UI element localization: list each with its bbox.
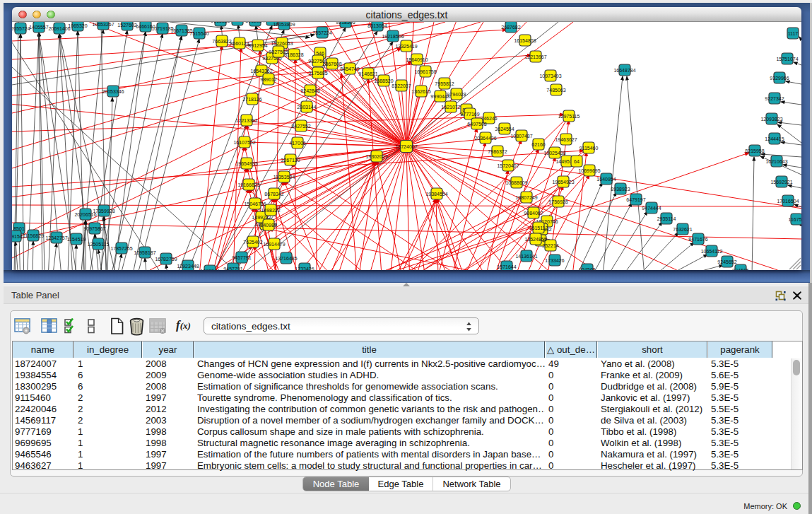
svg-text:17857255: 17857255 — [110, 246, 132, 251]
svg-text:9146821: 9146821 — [358, 71, 377, 76]
svg-text:19384554: 19384554 — [425, 192, 447, 197]
svg-text:12505115: 12505115 — [88, 242, 110, 247]
svg-text:116753: 116753 — [789, 217, 801, 222]
svg-text:252214: 252214 — [542, 243, 558, 248]
svg-text:1640954: 1640954 — [596, 177, 616, 182]
svg-text:1065320: 1065320 — [68, 23, 87, 28]
svg-text:19218506: 19218506 — [382, 34, 404, 39]
svg-text:9242845: 9242845 — [300, 88, 319, 93]
svg-text:16154808: 16154808 — [514, 38, 536, 43]
svg-text:1244415: 1244415 — [765, 136, 784, 141]
svg-text:17016504: 17016504 — [777, 199, 799, 204]
svg-text:1571644: 1571644 — [497, 264, 516, 269]
svg-text:7857224: 7857224 — [312, 30, 331, 35]
svg-text:15720407: 15720407 — [497, 163, 519, 168]
svg-text:7625402: 7625402 — [243, 240, 262, 245]
svg-text:9245652: 9245652 — [717, 259, 736, 264]
svg-text:8322037: 8322037 — [392, 83, 411, 88]
svg-text:8215958: 8215958 — [745, 148, 764, 153]
svg-text:16961758: 16961758 — [414, 69, 436, 74]
svg-text:1154519: 1154519 — [67, 237, 86, 242]
svg-text:2687682: 2687682 — [501, 25, 520, 30]
svg-text:15226053: 15226053 — [271, 41, 293, 46]
svg-text:12213967: 12213967 — [524, 54, 546, 59]
svg-text:10699695: 10699695 — [578, 168, 600, 173]
svg-text:6497508: 6497508 — [467, 122, 486, 127]
svg-text:39154: 39154 — [12, 234, 23, 239]
svg-text:8660124: 8660124 — [228, 22, 247, 23]
svg-text:8186328: 8186328 — [284, 52, 303, 57]
svg-text:6479197: 6479197 — [626, 197, 645, 202]
svg-text:9218506: 9218506 — [336, 22, 355, 25]
svg-text:3624554: 3624554 — [495, 127, 514, 132]
svg-text:9794028: 9794028 — [447, 92, 466, 97]
svg-text:8813054: 8813054 — [367, 23, 387, 28]
svg-text:1362615: 1362615 — [411, 89, 430, 94]
svg-text:13325419: 13325419 — [395, 44, 417, 49]
svg-text:2935114: 2935114 — [657, 216, 676, 221]
svg-text:64: 64 — [574, 159, 579, 164]
svg-text:10654112: 10654112 — [701, 249, 723, 254]
svg-text:7515540: 7515540 — [189, 31, 208, 36]
svg-text:19654923: 19654923 — [552, 180, 574, 185]
svg-text:13524855: 13524855 — [524, 237, 546, 242]
svg-text:11156829: 11156829 — [23, 233, 44, 238]
svg-text:18724007: 18724007 — [395, 144, 417, 149]
svg-text:8912954: 8912954 — [248, 43, 267, 48]
svg-text:924565: 924565 — [579, 267, 595, 271]
svg-text:7955812: 7955812 — [435, 81, 454, 86]
svg-text:10025438: 10025438 — [543, 151, 565, 156]
svg-text:8471676: 8471676 — [688, 237, 707, 242]
svg-text:16914479: 16914479 — [263, 242, 285, 247]
svg-text:10653267: 10653267 — [92, 22, 114, 27]
svg-text:9329966: 9329966 — [770, 76, 789, 81]
svg-text:3175685: 3175685 — [308, 71, 327, 76]
svg-text:20053346: 20053346 — [102, 89, 124, 94]
svg-text:1733426: 1733426 — [545, 258, 564, 263]
svg-text:8938923: 8938923 — [611, 187, 630, 192]
svg-text:16782759: 16782759 — [155, 257, 177, 262]
svg-text:17359928: 17359928 — [93, 209, 114, 214]
svg-text:62160: 62160 — [531, 142, 546, 147]
svg-text:10973493: 10973493 — [539, 74, 561, 78]
svg-text:8660124: 8660124 — [230, 41, 249, 46]
svg-text:16543362: 16543362 — [250, 69, 272, 74]
svg-text:1292344: 1292344 — [200, 269, 219, 271]
svg-text:2867608: 2867608 — [322, 62, 341, 66]
svg-text:1527602: 1527602 — [117, 23, 136, 28]
svg-text:7663822: 7663822 — [212, 39, 231, 44]
svg-text:10958187: 10958187 — [134, 250, 155, 255]
svg-text:9756928: 9756928 — [548, 199, 567, 204]
svg-text:20364436: 20364436 — [474, 136, 496, 141]
svg-text:9474444: 9474444 — [642, 206, 661, 211]
svg-text:10807487: 10807487 — [510, 134, 532, 139]
svg-text:19166825: 19166825 — [237, 182, 259, 187]
svg-text:746246: 746246 — [481, 116, 497, 121]
svg-text:9084067: 9084067 — [524, 211, 543, 216]
svg-text:13716485: 13716485 — [275, 256, 297, 261]
svg-text:12975115: 12975115 — [558, 114, 580, 119]
svg-text:7986372: 7986372 — [488, 149, 507, 154]
svg-text:19654935: 19654935 — [235, 161, 257, 166]
svg-text:1498222: 1498222 — [261, 208, 280, 213]
svg-text:20691406: 20691406 — [48, 26, 70, 31]
svg-text:8454749: 8454749 — [340, 66, 359, 71]
svg-text:9457791: 9457791 — [223, 267, 242, 271]
svg-text:7485063: 7485063 — [546, 88, 565, 93]
svg-text:1615112: 1615112 — [529, 226, 548, 230]
svg-text:11353594: 11353594 — [273, 175, 295, 180]
svg-text:140989: 140989 — [260, 223, 276, 228]
svg-text:924565: 924565 — [732, 268, 748, 271]
svg-text:16648784: 16648784 — [613, 68, 635, 73]
svg-text:12093823: 12093823 — [760, 117, 782, 122]
svg-text:989012: 989012 — [260, 77, 276, 82]
svg-text:18807249: 18807249 — [515, 195, 537, 200]
svg-text:90975867: 90975867 — [83, 226, 105, 231]
svg-text:1621072: 1621072 — [441, 105, 460, 110]
svg-text:15692921: 15692921 — [770, 180, 792, 185]
svg-text:12923448: 12923448 — [177, 264, 199, 269]
svg-text:19302023: 19302023 — [365, 154, 387, 159]
svg-text:1588520: 1588520 — [374, 78, 393, 83]
svg-text:9227342: 9227342 — [765, 96, 784, 101]
svg-text:2055724: 2055724 — [12, 26, 30, 31]
